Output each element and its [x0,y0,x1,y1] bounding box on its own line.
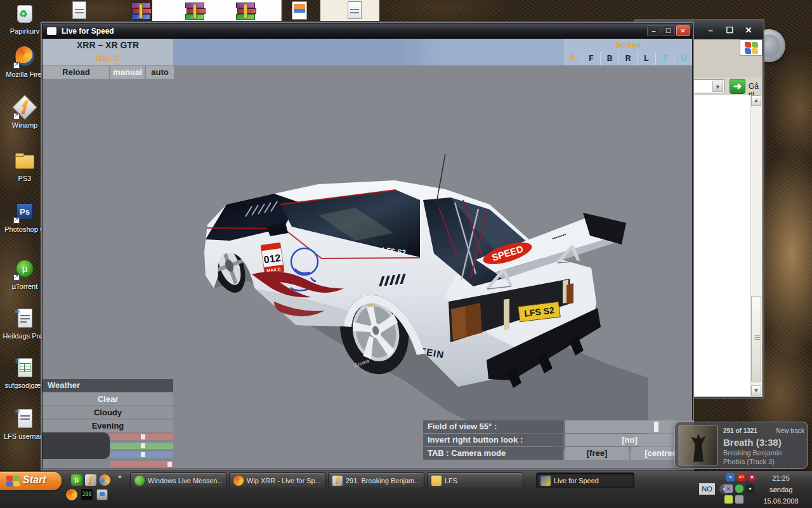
task-live-for-speed[interactable]: Live for Speed [536,472,634,488]
tray-volume-icon[interactable] [724,495,733,504]
lfs-header-band: XRR – XR GTR Max C Screen P F B R L T U [43,39,692,65]
close-button[interactable]: ✕ [676,25,690,36]
desktop-icon-doc-top-2[interactable] [344,1,365,22]
lfs-titlebar[interactable]: Live for Speed – ☐ ✕ [43,23,692,39]
clock-date: 15.06.2008 [755,495,807,507]
green-slider[interactable] [110,443,173,449]
screen-label: Screen [564,41,692,50]
messenger-icon [134,476,145,486]
desktop-icon-winrar-1[interactable] [130,1,152,22]
browser-close-button[interactable]: ✕ [744,25,753,35]
weather-panel: Weather Clear Cloudy Evening [43,379,173,432]
camera-free-button[interactable]: [free] [565,447,629,460]
blue-slider[interactable] [110,451,173,458]
quicklaunch-mediaplayer[interactable] [99,474,110,486]
weather-option-cloudy[interactable]: Cloudy [43,406,173,418]
task-lfs-folder[interactable]: LFS [427,472,523,488]
red-slider-2[interactable] [110,461,173,467]
screen-button-t[interactable]: T [655,52,674,65]
minimize-button[interactable]: – [647,25,660,36]
red-slider[interactable] [110,434,173,440]
tray-display-icon[interactable] [735,495,743,504]
scroll-thumb[interactable] [751,296,761,382]
browser-maximize-button[interactable]: ☐ [725,25,734,35]
lfs-window-title: Live for Speed [62,27,114,36]
scroll-up-button[interactable]: ▲ [751,95,761,106]
quicklaunch-meter[interactable]: 200 [81,489,93,500]
album-art [678,425,718,465]
background-window-white [152,0,282,21]
screen-button-r[interactable]: R [619,52,637,65]
lfs-window[interactable]: Live for Speed – ☐ ✕ XRR – XR GTR Max C … [41,22,694,471]
skin-name[interactable]: Max C [43,53,173,63]
quicklaunch-utorrent[interactable]: µ [71,474,82,486]
clock[interactable]: 21:25 søndag 15.06.2008 [755,472,807,507]
screen-button-p[interactable]: P [564,52,582,65]
task-winamp[interactable]: 291. Breaking Benjam... [328,472,424,488]
desktop: ♻ Papirkurv Mozilla Firef Winamp PS3 Ps … [0,0,812,508]
auto-button[interactable]: auto [146,66,174,79]
language-indicator[interactable]: NO [699,483,715,495]
screen-button-b[interactable]: B [600,52,619,65]
screen-button-u[interactable]: U [674,52,692,65]
desktop-icon-winrar-3[interactable] [235,1,256,22]
weather-header: Weather [43,379,173,392]
track-album: Phobia (Track 3) [723,458,775,465]
camera-mode-label: TAB : Camera mode [423,447,563,460]
task-messenger[interactable]: Windows Live Messen... [130,472,226,488]
browser-minimize-button[interactable]: – [706,25,715,35]
desktop-icon-doc-top[interactable] [69,1,90,22]
lfs-icon [540,476,551,486]
car-name: XRR – XR GTR [43,40,173,50]
track-artist: Breaking Benjamin [723,449,782,457]
tray-network2-icon[interactable]: ✕ [724,485,733,493]
desktop-icon-image[interactable] [289,1,310,22]
color-preview-panel [43,432,110,459]
clock-time: 21:25 [755,472,807,484]
quicklaunch-overflow-chevron[interactable]: » [118,473,122,480]
maximize-button[interactable]: ☐ [662,25,675,36]
manual-button[interactable]: manual [110,66,145,79]
fov-label: Field of view 55° : [423,420,563,433]
desktop-icon-winrar-2[interactable] [184,1,206,22]
start-label: Start [23,474,46,486]
screen-button-f[interactable]: F [582,52,600,65]
winamp-icon [332,476,343,486]
tray-joystick-icon[interactable]: ⌖ [746,485,754,493]
quicklaunch-winamp[interactable] [85,474,96,486]
track-title: Breath (3:38) [723,437,782,448]
folder-icon [431,476,442,486]
screen-button-l[interactable]: L [637,52,655,65]
quicklaunch-firefox[interactable] [66,489,77,500]
start-button[interactable]: Start [0,472,62,490]
firefox-icon [233,476,244,486]
tray-ati-icon[interactable]: ATI [737,473,745,481]
browser-scrollbar[interactable]: ▲ ▼ [750,95,762,396]
number-sticker: 012 MAX C [261,243,284,274]
chevron-down-icon[interactable]: ▼ [712,81,723,92]
quicklaunch-window[interactable] [96,489,108,500]
winamp-notification[interactable]: 291 of 1321New track Breath (3:38) Break… [674,422,808,469]
tray-msn-icon[interactable] [735,485,743,493]
event-label: New track [776,427,804,434]
weather-option-evening[interactable]: Evening [43,420,173,432]
task-firefox[interactable]: Wip XRR - Live for Sp... [229,472,325,488]
browser-logo [740,39,763,56]
scroll-down-button[interactable]: ▼ [751,385,761,396]
clock-day: søndag [755,484,807,495]
reload-button[interactable]: Reload [43,66,109,79]
invert-label: Invert right button look : [423,434,563,446]
car-3d-view[interactable]: SPEED ▪▪▪▪▪▪▪▪ LFS S2 T TEIN [192,144,648,462]
lfs-window-icon [47,27,56,35]
go-button[interactable]: ➜ [730,79,745,94]
track-counter: 291 of 1321 [723,427,757,434]
tray-network-icon[interactable]: » [726,473,735,481]
weather-option-clear[interactable]: Clear [43,393,173,405]
screen-panel: Screen P F B R L T U [564,39,692,65]
